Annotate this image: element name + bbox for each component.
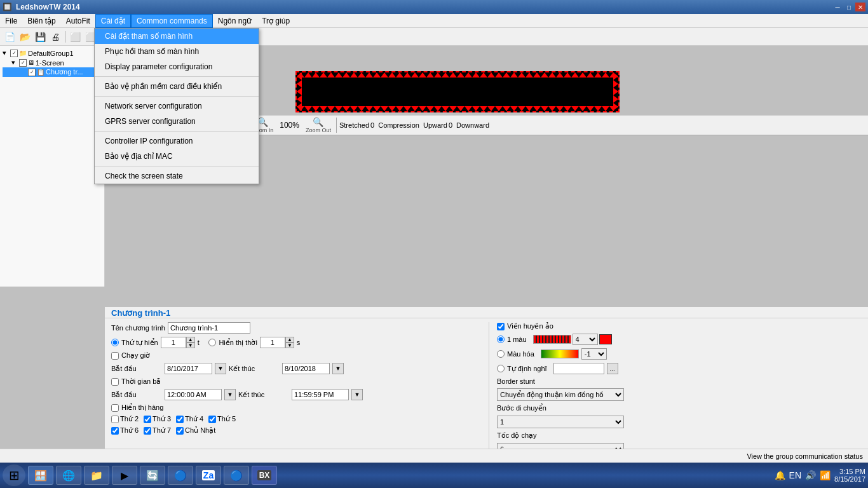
custom-browse-btn[interactable]: ... [607,363,618,374]
dropdown-gprs-server[interactable]: GPRS server configuration [95,114,259,129]
dropdown-controller-ip[interactable]: Controller IP configuration [95,133,259,149]
dropdown-check-screen[interactable]: Check the screen state [95,168,259,184]
dropdown-restore-screen[interactable]: Phục hồi tham số màn hình [95,44,259,59]
border-stunt-label-row: Border stunt [497,377,862,385]
right-border-decoration [613,72,618,111]
menu-tro-giup[interactable]: Trợ giúp [257,14,295,28]
menu-bien-tap[interactable]: Biên tập [22,14,60,28]
nav-zoom-out-btn[interactable]: 🔍 Zoom Out [303,116,334,134]
menu-ngon-ngu[interactable]: Ngôn ngữ [213,14,257,28]
period-start-btn[interactable]: ▼ [224,389,236,400]
period-start-input[interactable] [165,389,222,400]
taskbar-app-chrome1[interactable]: 🔵 [168,466,193,485]
day-thu7-check[interactable] [144,427,151,435]
props-right-column: Viền huyền ảo 1 màu 4 3 2 1 [489,322,862,459]
taskbar-notification-icon[interactable]: 🔔 [775,470,785,480]
day-thu5-check[interactable] [208,416,216,423]
program-name-row: Tên chương trình [111,322,476,334]
time-up-arrow[interactable]: ▲ [285,337,294,342]
time-arrows: ▲ ▼ [285,337,294,348]
gradient-select[interactable]: -1 [581,348,607,360]
day-thu7: Thứ 7 [144,426,171,435]
period-end-btn[interactable]: ▼ [351,389,363,400]
minimize-button[interactable]: ─ [832,3,843,11]
toolbar-btn-save[interactable]: 💾 [33,30,47,44]
tree-default-group[interactable]: ▾ 📁 DefaultGroup1 [3,48,102,58]
color-count-select[interactable]: 4 3 2 1 [573,334,598,345]
taskbar-lang-icon[interactable]: EN [789,470,801,480]
schedule-checkbox[interactable] [111,352,119,360]
day-thu2-check[interactable] [111,416,119,423]
day-thu6-check[interactable] [111,427,119,435]
taskbar-app-ie[interactable]: 🌐 [56,466,81,485]
custom-input[interactable] [553,363,604,374]
time-period-label: Thời gian bắ [121,377,161,386]
color-swatch[interactable] [599,334,612,344]
time-down-arrow[interactable]: ▼ [285,342,294,348]
zoom-value-display: 100% [277,121,302,130]
period-end-input[interactable] [292,389,349,400]
taskbar-network-icon[interactable]: 📶 [820,470,831,480]
move-step-select[interactable]: 1 [497,416,624,428]
taskbar-app-zalo[interactable]: Za [196,466,221,485]
tree-checkbox-group[interactable] [10,50,18,57]
tree-checkbox-screen[interactable] [19,59,27,67]
taskbar-volume-icon[interactable]: 🔊 [805,470,816,480]
day-thu4: Thứ 4 [176,415,203,423]
gradient-radio[interactable] [497,350,505,358]
taskbar-app-folder[interactable]: 📁 [84,466,109,485]
custom-radio[interactable] [497,365,505,372]
taskbar-app-led[interactable]: BX [252,466,277,485]
time-label: Hiển thị thời [219,339,257,347]
close-button[interactable]: ✕ [855,3,865,11]
tree-program-1[interactable]: 📋 Chương tr... [3,67,102,77]
toolbar-btn-2[interactable]: 📂 [18,30,32,44]
seq-input[interactable] [161,337,186,348]
taskbar-app-media[interactable]: ▶ [112,466,137,485]
start-date-btn[interactable]: ▼ [215,363,226,374]
tree-screen-1[interactable]: ▾ 🖥 1-Screen [3,58,102,67]
start-date-input[interactable] [165,363,212,374]
dropdown-display-param[interactable]: Display parameter configuration [95,59,259,74]
taskbar-app-chrome2[interactable]: 🔵 [224,466,249,485]
seq-radio[interactable] [111,339,119,346]
time-input[interactable] [260,337,285,348]
menu-autofit[interactable]: AutoFit [61,14,95,28]
day-thu4-check[interactable] [176,416,184,423]
menu-cai-dat[interactable]: Cài đặt [95,14,131,28]
day-chu-nhat-check[interactable] [176,427,184,435]
show-day-checkbox[interactable] [111,404,119,412]
border-checkbox[interactable] [497,323,505,330]
seq-up-arrow[interactable]: ▲ [186,337,195,342]
dropdown-protect-mac[interactable]: Bảo vệ địa chỉ MAC [95,149,259,164]
toolbar-btn-5[interactable]: ⬜ [68,30,82,44]
program-name-label: Tên chương trình [111,324,165,332]
color-1-radio[interactable] [497,336,505,343]
tree-checkbox-program[interactable] [28,69,36,76]
period-end-label: Kết thúc [238,391,289,399]
program-name-input[interactable] [168,322,250,334]
border-stunt-label: Border stunt [497,377,535,385]
seq-down-arrow[interactable]: ▼ [186,342,195,348]
time-period-checkbox[interactable] [111,378,119,386]
toolbar-btn-4[interactable]: 🖨 [48,30,62,44]
toolbar-btn-1[interactable]: 📄 [3,30,17,44]
dropdown-protect-card[interactable]: Bảo vệ phần mềm card điều khiển [95,79,259,94]
taskbar: ⊞ 🪟 🌐 📁 ▶ 🔄 🔵 Za 🔵 BX 🔔 EN [0,463,868,488]
start-button[interactable]: ⊞ [3,464,25,486]
end-date-input[interactable] [282,363,330,374]
dropdown-network-server[interactable]: Network server configuration [95,98,259,114]
menu-common-commands[interactable]: Common commands [131,14,213,28]
time-radio[interactable] [208,339,216,346]
menu-file[interactable]: File [0,14,22,28]
compression-label: Compression [378,121,419,129]
display-mode-row: Thứ tự hiển ▲ ▼ t Hiển thị thời [111,337,476,348]
day-thu3-check[interactable] [144,416,151,423]
time-unit: s [297,339,301,346]
taskbar-app-1[interactable]: 🪟 [28,466,53,485]
border-stunt-select[interactable]: Chuyển động thuận kim đồng hồ [497,388,624,401]
taskbar-app-green[interactable]: 🔄 [140,466,165,485]
end-date-btn[interactable]: ▼ [332,363,344,374]
dropdown-install-screen[interactable]: Cài đặt tham số màn hình [95,29,259,44]
maximize-button[interactable]: □ [844,3,854,11]
